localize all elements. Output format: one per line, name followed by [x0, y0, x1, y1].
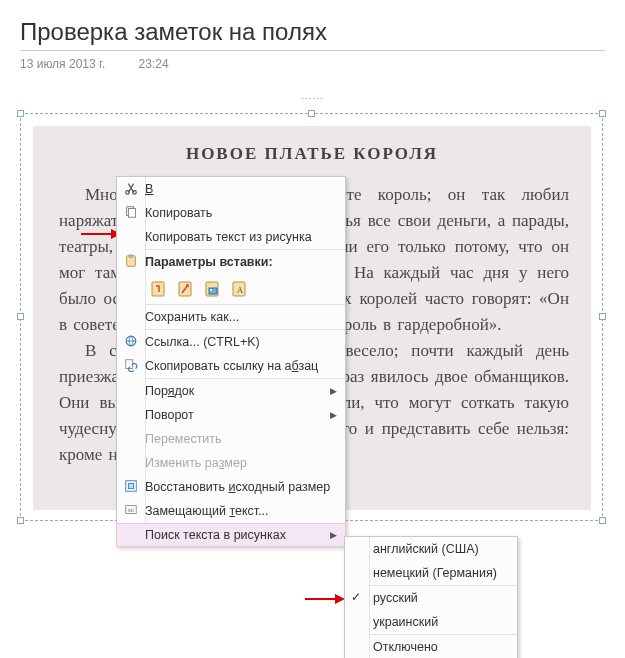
resize-handle-n[interactable]	[308, 110, 315, 117]
page-meta: 13 июля 2013 г. 23:24	[20, 57, 605, 71]
paste-picture-button[interactable]	[201, 278, 224, 301]
svg-rect-6	[152, 282, 164, 296]
resize-handle-nw[interactable]	[17, 110, 24, 117]
page-time: 23:24	[139, 57, 169, 71]
annotation-arrow-1	[81, 226, 121, 242]
resize-handle-se[interactable]	[599, 517, 606, 524]
paste-merge-button[interactable]	[174, 278, 197, 301]
image-selection-box[interactable]: НОВОЕ ПЛАТЬЕ КОРОЛЯ Много лет назад жил …	[20, 113, 603, 521]
menu-resize: Изменить размер	[117, 451, 345, 475]
svg-point-0	[126, 190, 130, 194]
menu-restore-original-size[interactable]: Восстановить исходный размер	[117, 475, 345, 499]
page-date: 13 июля 2013 г.	[20, 57, 105, 71]
paste-picture-icon	[204, 280, 222, 298]
copy-icon	[124, 205, 138, 222]
paste-text-only-icon: A	[231, 280, 249, 298]
container-drag-handle[interactable]: ⋯⋯	[20, 93, 605, 103]
paste-merge-icon	[177, 280, 195, 298]
resize-handle-w[interactable]	[17, 313, 24, 320]
resize-handle-e[interactable]	[599, 313, 606, 320]
svg-point-10	[210, 289, 212, 291]
menu-insert-link[interactable]: Ссылка... (CTRL+K)	[117, 330, 345, 354]
svg-rect-16	[128, 483, 133, 488]
svg-text:A: A	[236, 285, 243, 295]
title-divider	[20, 50, 605, 51]
submenu-lang-off[interactable]: Отключено	[345, 635, 517, 658]
chevron-right-icon: ▶	[323, 410, 337, 420]
menu-cut[interactable]: В cut	[117, 177, 345, 201]
image-context-menu: В cut Копировать Копировать текст из рис…	[116, 176, 346, 547]
menu-copy-link-to-paragraph[interactable]: Скопировать ссылку на абзац	[117, 354, 345, 378]
ocr-language-submenu: английский (США) немецкий (Германия) ✓ р…	[344, 536, 518, 658]
menu-move: Переместить	[117, 427, 345, 451]
paste-text-only-button[interactable]: A	[228, 278, 251, 301]
page-title[interactable]: Проверка заметок на полях	[20, 18, 605, 46]
menu-copy[interactable]: Копировать	[117, 201, 345, 225]
svg-rect-3	[128, 208, 135, 217]
submenu-lang-en[interactable]: английский (США)	[345, 537, 517, 561]
scissors-icon	[124, 181, 138, 198]
menu-alt-text[interactable]: ab Замещающий текст...	[117, 499, 345, 523]
paragraph-link-icon	[124, 358, 138, 375]
paste-options-row: A	[117, 274, 345, 304]
chevron-right-icon: ▶	[323, 530, 337, 540]
clipboard-icon	[124, 254, 138, 271]
menu-rotate[interactable]: Поворот ▶	[117, 403, 345, 427]
svg-point-1	[133, 190, 137, 194]
paste-keep-formatting-button[interactable]	[147, 278, 170, 301]
submenu-lang-ru[interactable]: ✓ русский	[345, 586, 517, 610]
svg-rect-5	[129, 254, 133, 257]
link-icon	[124, 334, 138, 351]
menu-copy-text-from-image[interactable]: Копировать текст из рисунка	[117, 225, 345, 249]
note-canvas[interactable]: ⋯⋯ НОВОЕ ПЛАТЬЕ КОРОЛЯ Много лет назад ж…	[20, 95, 605, 600]
check-icon: ✓	[351, 590, 361, 604]
menu-order[interactable]: Порядок ▶	[117, 379, 345, 403]
svg-rect-9	[209, 288, 217, 294]
annotation-arrow-2	[305, 591, 345, 607]
menu-save-as[interactable]: Сохранить как...	[117, 305, 345, 329]
resize-handle-sw[interactable]	[17, 517, 24, 524]
menu-ocr-language[interactable]: Поиск текста в рисунках ▶	[116, 523, 346, 547]
alt-text-icon: ab	[124, 503, 138, 520]
paste-keep-formatting-icon	[150, 280, 168, 298]
restore-size-icon	[124, 479, 138, 496]
resize-handle-ne[interactable]	[599, 110, 606, 117]
svg-text:ab: ab	[128, 505, 135, 512]
submenu-lang-de[interactable]: немецкий (Германия)	[345, 561, 517, 585]
menu-paste-options-header: Параметры вставки:	[117, 250, 345, 274]
chevron-right-icon: ▶	[323, 386, 337, 396]
submenu-lang-uk[interactable]: украинский	[345, 610, 517, 634]
image-heading: НОВОЕ ПЛАТЬЕ КОРОЛЯ	[33, 144, 591, 164]
